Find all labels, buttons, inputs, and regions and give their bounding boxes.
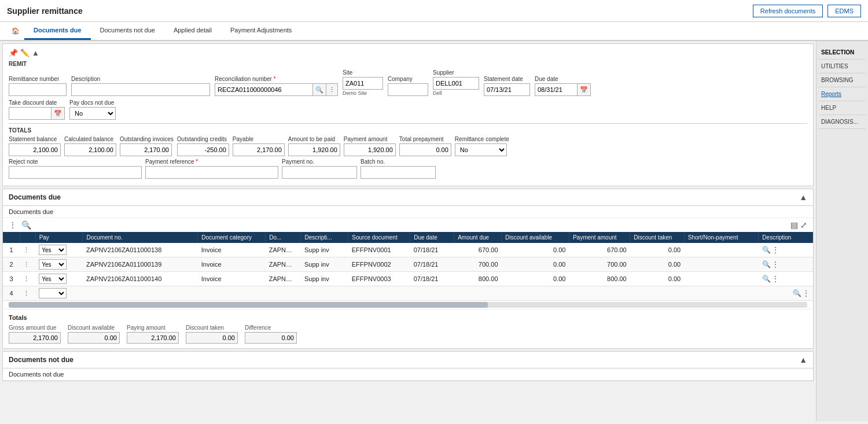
row-1-num: 1 bbox=[3, 243, 20, 257]
documents-not-due-header[interactable]: Documents not due ▲ bbox=[3, 352, 813, 368]
reconciliation-number-input[interactable] bbox=[215, 83, 313, 96]
row-2-payamt: 700.00 bbox=[569, 257, 630, 272]
payment-no-input[interactable] bbox=[282, 166, 357, 179]
tab-documents-due[interactable]: Documents due bbox=[24, 22, 91, 40]
edms-button[interactable]: EDMS bbox=[827, 5, 861, 17]
company-group: Company bbox=[388, 76, 428, 96]
gross-amount-due-footer-label: Gross amount due bbox=[9, 325, 61, 331]
toolbar-dots-icon[interactable]: ⋮ bbox=[9, 220, 17, 230]
difference-footer-input[interactable] bbox=[245, 332, 297, 344]
row-3-desc: Supp inv bbox=[301, 272, 348, 286]
take-discount-date-input[interactable] bbox=[9, 107, 52, 120]
site-sublabel: Demo Site bbox=[343, 90, 383, 96]
edit-icon[interactable]: ✏️ bbox=[20, 49, 30, 57]
site-input[interactable] bbox=[343, 77, 383, 90]
row-1-pay-select[interactable]: YesNo bbox=[39, 245, 67, 255]
row-2-source: EFFPNV0002 bbox=[348, 257, 410, 272]
payment-reference-input[interactable] bbox=[145, 166, 278, 179]
row-3-pay-select[interactable]: YesNo bbox=[39, 274, 67, 284]
take-discount-calendar-icon[interactable]: 📅 bbox=[52, 107, 65, 120]
description-input[interactable] bbox=[71, 83, 210, 96]
collapse-icon[interactable]: ▲ bbox=[32, 49, 39, 57]
row-2-search-btn[interactable]: 🔍 bbox=[762, 260, 771, 268]
outstanding-credits-label: Outstanding credits bbox=[177, 136, 229, 142]
calculated-balance-input[interactable] bbox=[64, 143, 116, 156]
row-2-more-btn[interactable]: ⋮ bbox=[772, 260, 779, 268]
documents-due-table: Pay Document no. Document category Do...… bbox=[3, 232, 813, 301]
remittance-complete-select[interactable]: No Yes bbox=[455, 143, 507, 156]
difference-footer-group: Difference bbox=[245, 325, 297, 344]
row-2-pay-select[interactable]: YesNo bbox=[39, 259, 67, 270]
row-1-more-btn[interactable]: ⋮ bbox=[772, 246, 779, 254]
remittance-number-input[interactable] bbox=[9, 83, 67, 96]
row-3-shortnon bbox=[684, 272, 759, 286]
supplier-input[interactable] bbox=[433, 77, 479, 90]
col-duedate-header: Due date bbox=[410, 232, 454, 243]
right-panel-selection[interactable]: SELECTION bbox=[819, 46, 866, 60]
documents-not-due-collapse-icon[interactable]: ▲ bbox=[799, 355, 807, 364]
outstanding-credits-input[interactable] bbox=[177, 143, 229, 156]
due-date-calendar-icon[interactable]: 📅 bbox=[578, 83, 591, 96]
row-1-source: EFFPNV0001 bbox=[348, 243, 410, 257]
outstanding-credits-group: Outstanding credits bbox=[177, 136, 229, 156]
row-3-more-btn[interactable]: ⋮ bbox=[772, 275, 779, 283]
reconciliation-search-icon[interactable]: 🔍 bbox=[313, 83, 326, 96]
tab-documents-not-due[interactable]: Documents not due bbox=[91, 22, 164, 40]
table-row: 3 ⋮ YesNo ZAPNV2106ZA011000140 Invoice Z… bbox=[3, 272, 813, 286]
row-4-search-btn[interactable]: 🔍 bbox=[793, 289, 801, 297]
col-shortnon-header: Short/Non-payment bbox=[684, 232, 759, 243]
batch-no-input[interactable] bbox=[361, 166, 436, 179]
reject-note-input[interactable] bbox=[9, 166, 142, 179]
pin-icon[interactable]: 📌 bbox=[9, 49, 18, 57]
table-scroll-container[interactable]: Pay Document no. Document category Do...… bbox=[3, 232, 813, 309]
row-4-num: 4 bbox=[3, 286, 20, 301]
toolbar-search-icon[interactable]: 🔍 bbox=[21, 220, 31, 230]
right-panel-utilities[interactable]: UTILITIES bbox=[819, 60, 866, 73]
discount-taken-footer-input[interactable] bbox=[186, 332, 238, 344]
row-2-num: 2 bbox=[3, 257, 20, 272]
due-date-input-wrapper: 📅 bbox=[535, 83, 591, 96]
horizontal-scrollbar[interactable] bbox=[9, 302, 807, 308]
refresh-documents-button[interactable]: Refresh documents bbox=[753, 5, 823, 17]
documents-due-header[interactable]: Documents due ▲ bbox=[3, 189, 813, 206]
gross-amount-due-footer-input[interactable] bbox=[9, 332, 61, 344]
payable-input[interactable] bbox=[233, 143, 285, 156]
reconciliation-more-icon[interactable]: ⋮ bbox=[326, 83, 338, 96]
supplier-label: Supplier bbox=[433, 69, 479, 76]
discount-available-footer-input[interactable] bbox=[68, 332, 120, 344]
supplier-group: Supplier Dell bbox=[433, 69, 479, 96]
toolbar-expand-icon[interactable]: ⤢ bbox=[800, 220, 807, 230]
paying-amount-footer-input[interactable] bbox=[127, 332, 179, 344]
amount-to-be-paid-input[interactable] bbox=[288, 143, 340, 156]
statement-date-input[interactable] bbox=[484, 83, 530, 96]
payment-amount-input[interactable] bbox=[344, 143, 396, 156]
documents-due-title: Documents due bbox=[9, 193, 61, 201]
table-header: Pay Document no. Document category Do...… bbox=[3, 232, 813, 243]
nav-home-icon[interactable]: 🏠 bbox=[7, 24, 24, 38]
row-4-pay-select[interactable]: YesNo bbox=[39, 288, 67, 298]
row-1-search-btn[interactable]: 🔍 bbox=[762, 246, 771, 254]
due-date-label: Due date bbox=[535, 76, 591, 82]
company-input[interactable] bbox=[388, 83, 428, 96]
right-panel-browsing[interactable]: BROWSING bbox=[819, 73, 866, 87]
documents-due-collapse-icon[interactable]: ▲ bbox=[799, 193, 807, 202]
due-date-input[interactable] bbox=[535, 83, 578, 96]
right-panel-reports[interactable]: Reports bbox=[819, 87, 866, 101]
total-prepayment-input[interactable] bbox=[399, 143, 451, 156]
outstanding-invoices-input[interactable] bbox=[120, 143, 172, 156]
row-1-pay: YesNo bbox=[35, 243, 83, 257]
payment-reference-label: Payment reference * bbox=[145, 158, 278, 165]
right-panel-help[interactable]: HELP bbox=[819, 101, 866, 115]
payment-no-group: Payment no. bbox=[282, 158, 357, 179]
table-body: 1 ⋮ YesNo ZAPNV2106ZA011000138 Invoice Z… bbox=[3, 243, 813, 301]
right-panel-diagnosis[interactable]: DIAGNOSIS... bbox=[819, 115, 866, 129]
row-4-more-btn[interactable]: ⋮ bbox=[803, 289, 810, 297]
nav-tabs: 🏠 Documents due Documents not due Applie… bbox=[0, 22, 868, 41]
pay-docs-not-due-select[interactable]: No Yes bbox=[69, 107, 116, 120]
statement-balance-input[interactable] bbox=[9, 143, 61, 156]
tab-applied-detail[interactable]: Applied detail bbox=[164, 22, 221, 40]
row-3-search-btn[interactable]: 🔍 bbox=[762, 275, 771, 283]
tab-payment-adjustments[interactable]: Payment Adjustments bbox=[221, 22, 301, 40]
toolbar-layers-icon[interactable]: ▤ bbox=[790, 220, 798, 230]
totals-row-1: Statement balance Calculated balance Out… bbox=[9, 136, 807, 156]
